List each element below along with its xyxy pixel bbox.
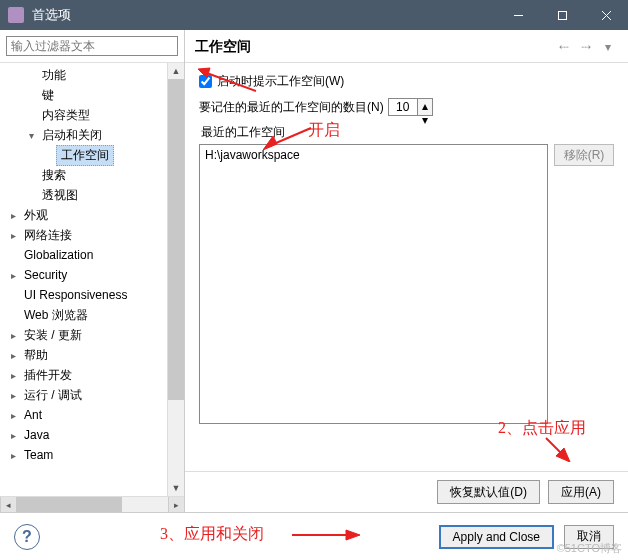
tree-item-label: 键 — [38, 86, 58, 105]
chevron-right-icon[interactable]: ▸ — [6, 210, 20, 221]
main-header: 工作空间 ⤎ ⤏ ▾ — [185, 30, 628, 63]
tree-item[interactable]: ▸Team — [0, 445, 167, 465]
content: 功能键内容类型▾启动和关闭工作空间搜索透视图▸外观▸网络连接Globalizat… — [0, 30, 628, 512]
chevron-right-icon[interactable]: ▸ — [6, 430, 20, 441]
recent-label: 最近的工作空间 — [201, 124, 614, 141]
chevron-right-icon[interactable]: ▸ — [6, 350, 20, 361]
recent-list-wrap: H:\javaworkspace 移除(R) — [199, 144, 614, 424]
tree-item[interactable]: 内容类型 — [0, 105, 167, 125]
help-icon[interactable]: ? — [14, 524, 40, 550]
tree-item[interactable]: Web 浏览器 — [0, 305, 167, 325]
tree-item-label: 功能 — [38, 66, 70, 85]
minimize-button[interactable] — [496, 0, 540, 30]
sidebar: 功能键内容类型▾启动和关闭工作空间搜索透视图▸外观▸网络连接Globalizat… — [0, 30, 185, 512]
tree-item[interactable]: ▸安装 / 更新 — [0, 325, 167, 345]
prompt-checkbox[interactable] — [199, 75, 212, 88]
preference-tree[interactable]: 功能键内容类型▾启动和关闭工作空间搜索透视图▸外观▸网络连接Globalizat… — [0, 63, 167, 496]
nav-back-icon[interactable]: ⤎ — [554, 38, 574, 56]
prompt-checkbox-label: 启动时提示工作空间(W) — [217, 73, 344, 90]
bottombar: ? Apply and Close 取消 — [0, 512, 628, 560]
chevron-right-icon[interactable]: ▸ — [6, 230, 20, 241]
recent-listbox[interactable]: H:\javaworkspace — [199, 144, 548, 424]
chevron-right-icon[interactable]: ▸ — [6, 330, 20, 341]
chevron-right-icon[interactable]: ▸ — [6, 370, 20, 381]
remove-button[interactable]: 移除(R) — [554, 144, 614, 166]
chevron-right-icon[interactable]: ▸ — [6, 390, 20, 401]
restore-defaults-button[interactable]: 恢复默认值(D) — [437, 480, 540, 504]
tree-item-label: Java — [20, 427, 53, 443]
main-body: 启动时提示工作空间(W) 要记住的最近的工作空间的数目(N) ▴▾ 最近的工作空… — [185, 63, 628, 471]
tree-item-label: 帮助 — [20, 346, 52, 365]
tree-item-label: 插件开发 — [20, 366, 76, 385]
list-item[interactable]: H:\javaworkspace — [205, 148, 542, 162]
tree-item-label: 启动和关闭 — [38, 126, 106, 145]
tree-item[interactable]: 键 — [0, 85, 167, 105]
tree-item[interactable]: ▸运行 / 调试 — [0, 385, 167, 405]
tree-item-label: 内容类型 — [38, 106, 94, 125]
count-row: 要记住的最近的工作空间的数目(N) ▴▾ — [199, 98, 614, 116]
tree-item-label: 外观 — [20, 206, 52, 225]
tree-item[interactable]: UI Responsiveness — [0, 285, 167, 305]
tree-item-label: 安装 / 更新 — [20, 326, 86, 345]
count-spinner[interactable]: ▴▾ — [418, 98, 433, 116]
tree-item[interactable]: 功能 — [0, 65, 167, 85]
filter-wrap — [0, 30, 184, 63]
apply-and-close-button[interactable]: Apply and Close — [439, 525, 554, 549]
tree-item-label: Team — [20, 447, 57, 463]
prompt-checkbox-row: 启动时提示工作空间(W) — [199, 73, 614, 90]
nav-menu-icon[interactable]: ▾ — [598, 38, 618, 56]
chevron-down-icon[interactable]: ▾ — [24, 130, 38, 141]
tree-item[interactable]: ▸网络连接 — [0, 225, 167, 245]
tree-item[interactable]: 搜索 — [0, 165, 167, 185]
tree-item-label: Ant — [20, 407, 46, 423]
tree-item-label: Security — [20, 267, 71, 283]
tree-item[interactable]: 透视图 — [0, 185, 167, 205]
close-button[interactable] — [584, 0, 628, 30]
tree-item[interactable]: Globalization — [0, 245, 167, 265]
app-icon — [8, 7, 24, 23]
filter-input[interactable] — [6, 36, 178, 56]
chevron-right-icon[interactable]: ▸ — [6, 410, 20, 421]
page-title: 工作空间 — [195, 38, 552, 56]
tree-item[interactable]: ▸Java — [0, 425, 167, 445]
tree-item-label: 透视图 — [38, 186, 82, 205]
chevron-right-icon[interactable]: ▸ — [6, 270, 20, 281]
tree-item[interactable]: ▸帮助 — [0, 345, 167, 365]
count-input[interactable] — [388, 98, 418, 116]
svg-rect-1 — [558, 11, 566, 19]
chevron-right-icon[interactable]: ▸ — [6, 450, 20, 461]
tree-item-label: 网络连接 — [20, 226, 76, 245]
window-title: 首选项 — [32, 6, 496, 24]
tree-item[interactable]: 工作空间 — [0, 145, 167, 165]
tree-item[interactable]: ▸Security — [0, 265, 167, 285]
maximize-button[interactable] — [540, 0, 584, 30]
tree-item[interactable]: ▸Ant — [0, 405, 167, 425]
main-footer: 恢复默认值(D) 应用(A) — [185, 471, 628, 512]
tree-item-label: Globalization — [20, 247, 97, 263]
count-label: 要记住的最近的工作空间的数目(N) — [199, 99, 384, 116]
tree-hscrollbar[interactable]: ◂ ▸ — [0, 496, 184, 512]
tree-item[interactable]: ▸外观 — [0, 205, 167, 225]
tree-item-label: 工作空间 — [56, 145, 114, 166]
tree-item-label: UI Responsiveness — [20, 287, 131, 303]
tree-item-label: Web 浏览器 — [20, 306, 92, 325]
tree-item-label: 运行 / 调试 — [20, 386, 86, 405]
titlebar: 首选项 — [0, 0, 628, 30]
watermark: ©51CTO博客 — [557, 541, 622, 556]
tree-scrollbar[interactable]: ▲ ▼ — [167, 63, 184, 496]
nav-fwd-icon[interactable]: ⤏ — [576, 38, 596, 56]
tree-item-label: 搜索 — [38, 166, 70, 185]
tree-item[interactable]: ▸插件开发 — [0, 365, 167, 385]
tree-item[interactable]: ▾启动和关闭 — [0, 125, 167, 145]
apply-button[interactable]: 应用(A) — [548, 480, 614, 504]
main-panel: 工作空间 ⤎ ⤏ ▾ 启动时提示工作空间(W) 要记住的最近的工作空间的数目(N… — [185, 30, 628, 512]
